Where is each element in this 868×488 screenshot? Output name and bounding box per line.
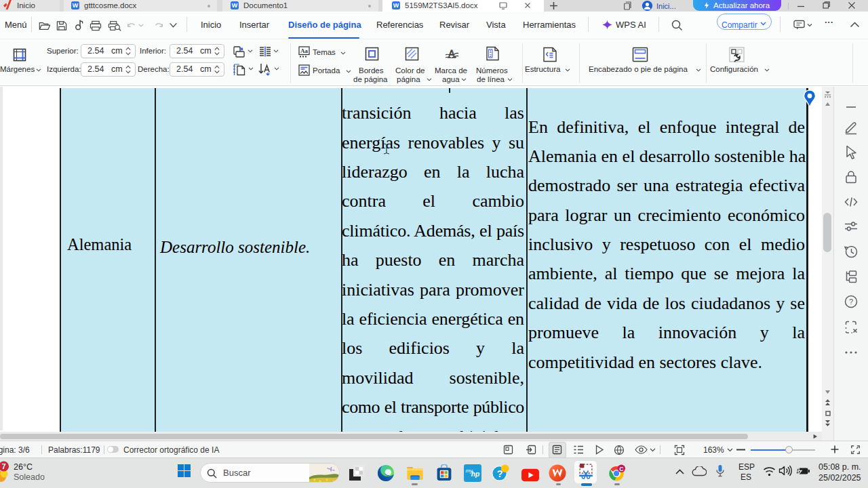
svg-text:?: ?	[849, 298, 853, 306]
svg-text:2: 2	[490, 54, 492, 58]
svg-text:C: C	[619, 466, 624, 472]
svg-text:7: 7	[2, 462, 6, 470]
svg-text:hp: hp	[471, 470, 480, 478]
svg-text:Aa: Aa	[300, 47, 308, 54]
